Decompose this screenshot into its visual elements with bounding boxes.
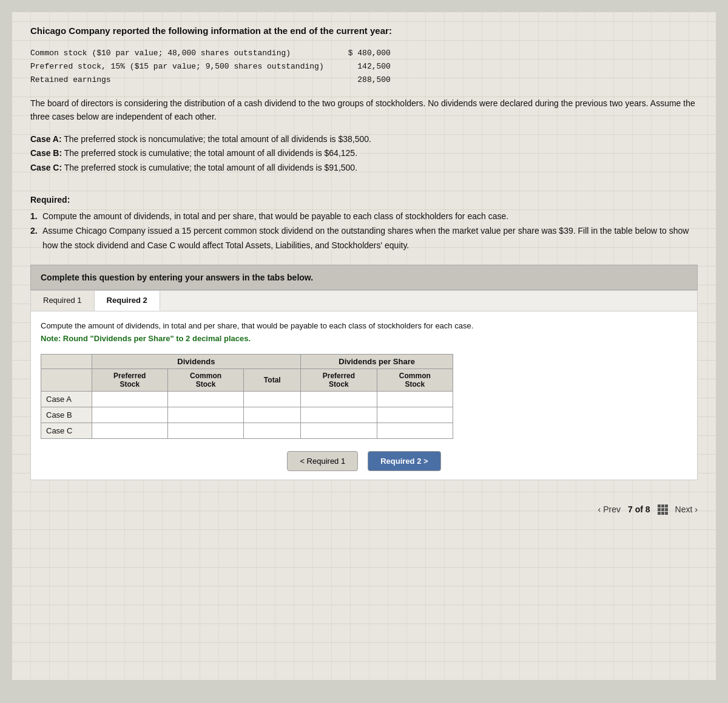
case-b-pref-per-share-input[interactable] [301,407,376,423]
case-c-common-per-share[interactable] [377,423,453,438]
case-b-common-div[interactable] [167,407,243,423]
case-c-row-label: Case C [41,423,92,438]
required-header: Required: [30,195,698,205]
case-c-pref-div[interactable] [92,423,167,438]
case-a-line: Case A: The preferred stock is noncumula… [30,132,698,147]
case-a-total[interactable] [244,391,301,407]
requirement-1: 1. Compute the amount of dividends, in t… [30,209,698,224]
case-c-pref-per-share[interactable] [301,423,377,438]
next-button[interactable]: Next › [675,504,698,514]
req2-number: 2. [30,224,40,253]
table-row: Case A [41,391,453,407]
case-a-total-input[interactable] [244,392,300,407]
case-a-label: Case A: [30,134,62,144]
case-b-common-per-share-input[interactable] [377,407,453,423]
page-title: Chicago Company reported the following i… [30,24,698,38]
case-a-pref-div-input[interactable] [92,392,167,407]
case-c-text: The preferred stock is cumulative; the t… [64,163,357,172]
company-info-values: $ 480,000 142,500 288,500 [348,47,391,87]
case-c-common-per-share-input[interactable] [377,423,453,438]
case-a-pref-div[interactable] [92,391,167,407]
page-footer: ‹ Prev 7 of 8 Next › [30,498,698,521]
requirement-2: 2. Assume Chicago Company issued a 15 pe… [30,224,698,253]
common-stock-label: Common stock ($10 par value; 48,000 shar… [30,47,324,60]
case-b-common-div-input[interactable] [168,407,243,423]
case-a-common-per-share-input[interactable] [377,392,453,407]
req2-text: Assume Chicago Company issued a 15 perce… [42,224,698,253]
case-a-row-label: Case A [41,391,92,407]
cases-section: Case A: The preferred stock is noncumula… [30,132,698,175]
tab-content-area: Compute the amount of dividends, in tota… [31,311,697,480]
board-description: The board of directors is considering th… [30,97,698,124]
case-c-common-div[interactable] [167,423,243,438]
table-row: Case B [41,407,453,423]
footer-navigation: ‹ Prev 7 of 8 Next › [598,504,698,515]
retained-earnings-label: Retained earnings [30,73,324,87]
table-row: Case C [41,423,453,438]
page-count: 7 of 8 [628,504,650,514]
instruction-note: Note: Round "Dividends per Share" to 2 d… [41,334,251,343]
preferred-stock-label: Preferred stock, 15% ($15 par value; 9,5… [30,60,324,73]
case-c-total[interactable] [244,423,301,438]
case-c-pref-div-input[interactable] [92,423,167,438]
tabs-container: Required 1 Required 2 Compute the amount… [30,290,698,480]
next-chevron-icon: › [695,504,698,514]
grid-menu-button[interactable] [658,504,668,515]
dividends-group-header: Dividends [92,354,301,368]
case-a-common-div[interactable] [167,391,243,407]
case-a-pref-per-share-input[interactable] [301,392,376,407]
req1-text: Compute the amount of dividends, in tota… [42,209,508,224]
tabs-row: Required 1 Required 2 [31,291,697,311]
company-info-labels: Common stock ($10 par value; 48,000 shar… [30,47,324,87]
case-c-label: Case C: [30,163,62,172]
preferred-stock-col-header: PreferredStock [92,368,167,391]
case-c-line: Case C: The preferred stock is cumulativ… [30,161,698,175]
prev-label[interactable]: Prev [603,504,621,514]
case-c-total-input[interactable] [244,423,300,438]
pref-per-share-col-header: PreferredStock [301,368,377,391]
preferred-stock-value: 142,500 [348,60,391,73]
next-label[interactable]: Next [675,504,693,514]
case-b-total-input[interactable] [244,407,300,423]
instruction-main: Compute the amount of dividends, in tota… [41,321,473,330]
next-required-button[interactable]: Required 2 > [368,451,440,471]
total-col-header: Total [244,368,301,391]
dividends-table: Dividends Dividends per Share PreferredS… [41,354,453,439]
bottom-nav: < Required 1 Required 2 > [41,451,687,471]
tab-required2[interactable]: Required 2 [95,291,160,311]
case-b-common-per-share[interactable] [377,407,453,423]
case-a-common-div-input[interactable] [168,392,243,407]
common-stock-col-header: CommonStock [167,368,243,391]
prev-chevron-icon: ‹ [598,504,601,514]
case-a-text: The preferred stock is noncumulative; th… [64,134,371,144]
company-info-section: Common stock ($10 par value; 48,000 shar… [30,47,698,87]
req1-number: 1. [30,209,40,224]
case-b-line: Case B: The preferred stock is cumulativ… [30,146,698,161]
row-label-header [41,368,92,391]
case-a-pref-per-share[interactable] [301,391,377,407]
instruction-bar: Complete this question by entering your … [30,265,698,290]
tab-instruction: Compute the amount of dividends, in tota… [41,320,687,345]
case-b-text: The preferred stock is cumulative; the t… [64,148,357,158]
common-per-share-col-header: CommonStock [377,368,453,391]
case-b-pref-div-input[interactable] [92,407,167,423]
retained-earnings-value: 288,500 [348,73,391,87]
grid-icon [658,504,668,515]
prev-required-button[interactable]: < Required 1 [287,451,358,471]
case-c-common-div-input[interactable] [168,423,243,438]
case-c-pref-per-share-input[interactable] [301,423,376,438]
case-b-total[interactable] [244,407,301,423]
case-a-common-per-share[interactable] [377,391,453,407]
case-b-pref-per-share[interactable] [301,407,377,423]
requirements-list: 1. Compute the amount of dividends, in t… [30,209,698,253]
case-b-label: Case B: [30,148,62,158]
dividends-per-share-group-header: Dividends per Share [301,354,453,368]
case-b-pref-div[interactable] [92,407,167,423]
tab-required1[interactable]: Required 1 [31,291,95,311]
prev-button[interactable]: ‹ Prev [598,504,620,514]
case-b-row-label: Case B [41,407,92,423]
empty-header [41,354,92,368]
common-stock-value: $ 480,000 [348,47,391,60]
